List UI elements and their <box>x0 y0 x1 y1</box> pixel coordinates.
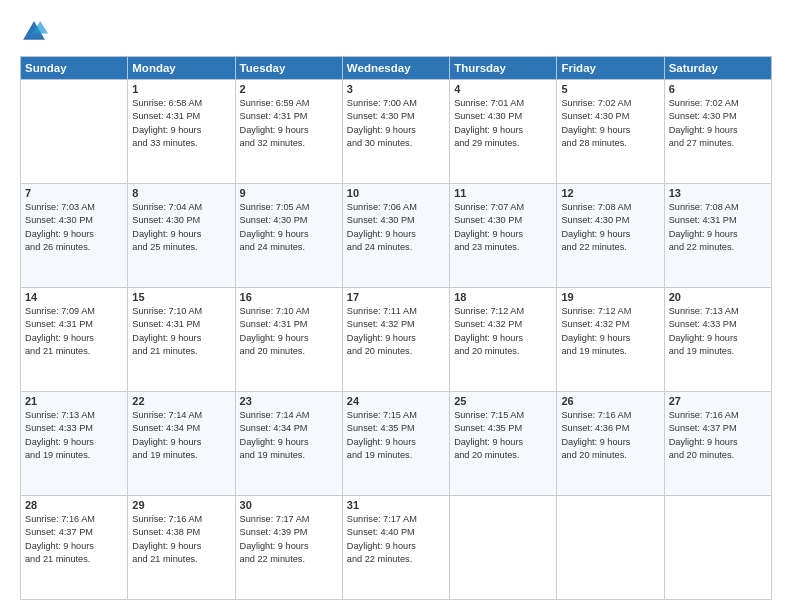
week-row-4: 21Sunrise: 7:13 AMSunset: 4:33 PMDayligh… <box>21 392 772 496</box>
day-cell: 3Sunrise: 7:00 AMSunset: 4:30 PMDaylight… <box>342 80 449 184</box>
day-number: 7 <box>25 187 123 199</box>
day-number: 12 <box>561 187 659 199</box>
calendar-table: SundayMondayTuesdayWednesdayThursdayFrid… <box>20 56 772 600</box>
day-cell <box>557 496 664 600</box>
day-number: 22 <box>132 395 230 407</box>
day-number: 27 <box>669 395 767 407</box>
day-cell: 18Sunrise: 7:12 AMSunset: 4:32 PMDayligh… <box>450 288 557 392</box>
day-info: Sunrise: 7:13 AMSunset: 4:33 PMDaylight:… <box>25 409 123 462</box>
day-cell: 20Sunrise: 7:13 AMSunset: 4:33 PMDayligh… <box>664 288 771 392</box>
day-number: 6 <box>669 83 767 95</box>
day-info: Sunrise: 7:00 AMSunset: 4:30 PMDaylight:… <box>347 97 445 150</box>
day-info: Sunrise: 7:01 AMSunset: 4:30 PMDaylight:… <box>454 97 552 150</box>
week-row-3: 14Sunrise: 7:09 AMSunset: 4:31 PMDayligh… <box>21 288 772 392</box>
day-cell: 23Sunrise: 7:14 AMSunset: 4:34 PMDayligh… <box>235 392 342 496</box>
day-number: 1 <box>132 83 230 95</box>
day-info: Sunrise: 7:12 AMSunset: 4:32 PMDaylight:… <box>454 305 552 358</box>
day-info: Sunrise: 7:15 AMSunset: 4:35 PMDaylight:… <box>347 409 445 462</box>
day-number: 17 <box>347 291 445 303</box>
day-header-saturday: Saturday <box>664 57 771 80</box>
day-cell: 5Sunrise: 7:02 AMSunset: 4:30 PMDaylight… <box>557 80 664 184</box>
day-info: Sunrise: 7:08 AMSunset: 4:31 PMDaylight:… <box>669 201 767 254</box>
day-cell: 19Sunrise: 7:12 AMSunset: 4:32 PMDayligh… <box>557 288 664 392</box>
day-number: 20 <box>669 291 767 303</box>
day-info: Sunrise: 7:07 AMSunset: 4:30 PMDaylight:… <box>454 201 552 254</box>
week-row-2: 7Sunrise: 7:03 AMSunset: 4:30 PMDaylight… <box>21 184 772 288</box>
day-info: Sunrise: 7:16 AMSunset: 4:38 PMDaylight:… <box>132 513 230 566</box>
day-number: 10 <box>347 187 445 199</box>
logo-icon <box>20 18 48 46</box>
day-cell <box>450 496 557 600</box>
week-row-5: 28Sunrise: 7:16 AMSunset: 4:37 PMDayligh… <box>21 496 772 600</box>
day-info: Sunrise: 7:12 AMSunset: 4:32 PMDaylight:… <box>561 305 659 358</box>
day-info: Sunrise: 7:06 AMSunset: 4:30 PMDaylight:… <box>347 201 445 254</box>
day-number: 23 <box>240 395 338 407</box>
day-cell: 21Sunrise: 7:13 AMSunset: 4:33 PMDayligh… <box>21 392 128 496</box>
day-cell: 8Sunrise: 7:04 AMSunset: 4:30 PMDaylight… <box>128 184 235 288</box>
day-cell: 10Sunrise: 7:06 AMSunset: 4:30 PMDayligh… <box>342 184 449 288</box>
week-row-1: 1Sunrise: 6:58 AMSunset: 4:31 PMDaylight… <box>21 80 772 184</box>
day-cell: 1Sunrise: 6:58 AMSunset: 4:31 PMDaylight… <box>128 80 235 184</box>
day-cell: 7Sunrise: 7:03 AMSunset: 4:30 PMDaylight… <box>21 184 128 288</box>
day-header-tuesday: Tuesday <box>235 57 342 80</box>
day-header-friday: Friday <box>557 57 664 80</box>
day-header-thursday: Thursday <box>450 57 557 80</box>
day-info: Sunrise: 7:05 AMSunset: 4:30 PMDaylight:… <box>240 201 338 254</box>
day-info: Sunrise: 7:11 AMSunset: 4:32 PMDaylight:… <box>347 305 445 358</box>
day-cell: 17Sunrise: 7:11 AMSunset: 4:32 PMDayligh… <box>342 288 449 392</box>
day-cell: 27Sunrise: 7:16 AMSunset: 4:37 PMDayligh… <box>664 392 771 496</box>
day-cell: 28Sunrise: 7:16 AMSunset: 4:37 PMDayligh… <box>21 496 128 600</box>
day-cell: 26Sunrise: 7:16 AMSunset: 4:36 PMDayligh… <box>557 392 664 496</box>
day-number: 29 <box>132 499 230 511</box>
day-cell: 11Sunrise: 7:07 AMSunset: 4:30 PMDayligh… <box>450 184 557 288</box>
day-number: 25 <box>454 395 552 407</box>
day-cell: 22Sunrise: 7:14 AMSunset: 4:34 PMDayligh… <box>128 392 235 496</box>
header <box>20 18 772 46</box>
day-info: Sunrise: 7:15 AMSunset: 4:35 PMDaylight:… <box>454 409 552 462</box>
day-cell: 4Sunrise: 7:01 AMSunset: 4:30 PMDaylight… <box>450 80 557 184</box>
day-cell: 29Sunrise: 7:16 AMSunset: 4:38 PMDayligh… <box>128 496 235 600</box>
day-info: Sunrise: 7:10 AMSunset: 4:31 PMDaylight:… <box>132 305 230 358</box>
day-info: Sunrise: 7:14 AMSunset: 4:34 PMDaylight:… <box>240 409 338 462</box>
day-number: 14 <box>25 291 123 303</box>
day-info: Sunrise: 7:16 AMSunset: 4:37 PMDaylight:… <box>669 409 767 462</box>
day-info: Sunrise: 7:17 AMSunset: 4:39 PMDaylight:… <box>240 513 338 566</box>
day-number: 19 <box>561 291 659 303</box>
day-number: 24 <box>347 395 445 407</box>
day-number: 3 <box>347 83 445 95</box>
day-number: 13 <box>669 187 767 199</box>
day-cell: 9Sunrise: 7:05 AMSunset: 4:30 PMDaylight… <box>235 184 342 288</box>
day-number: 21 <box>25 395 123 407</box>
day-info: Sunrise: 7:03 AMSunset: 4:30 PMDaylight:… <box>25 201 123 254</box>
day-header-monday: Monday <box>128 57 235 80</box>
day-number: 28 <box>25 499 123 511</box>
day-cell: 14Sunrise: 7:09 AMSunset: 4:31 PMDayligh… <box>21 288 128 392</box>
day-number: 9 <box>240 187 338 199</box>
day-info: Sunrise: 7:04 AMSunset: 4:30 PMDaylight:… <box>132 201 230 254</box>
day-number: 18 <box>454 291 552 303</box>
day-cell: 31Sunrise: 7:17 AMSunset: 4:40 PMDayligh… <box>342 496 449 600</box>
day-number: 5 <box>561 83 659 95</box>
day-cell: 30Sunrise: 7:17 AMSunset: 4:39 PMDayligh… <box>235 496 342 600</box>
day-info: Sunrise: 7:08 AMSunset: 4:30 PMDaylight:… <box>561 201 659 254</box>
day-info: Sunrise: 6:58 AMSunset: 4:31 PMDaylight:… <box>132 97 230 150</box>
day-info: Sunrise: 7:09 AMSunset: 4:31 PMDaylight:… <box>25 305 123 358</box>
day-info: Sunrise: 7:10 AMSunset: 4:31 PMDaylight:… <box>240 305 338 358</box>
day-cell: 16Sunrise: 7:10 AMSunset: 4:31 PMDayligh… <box>235 288 342 392</box>
calendar-header-row: SundayMondayTuesdayWednesdayThursdayFrid… <box>21 57 772 80</box>
day-number: 31 <box>347 499 445 511</box>
day-number: 2 <box>240 83 338 95</box>
day-cell: 24Sunrise: 7:15 AMSunset: 4:35 PMDayligh… <box>342 392 449 496</box>
day-cell: 15Sunrise: 7:10 AMSunset: 4:31 PMDayligh… <box>128 288 235 392</box>
day-cell: 13Sunrise: 7:08 AMSunset: 4:31 PMDayligh… <box>664 184 771 288</box>
logo <box>20 18 52 46</box>
day-number: 11 <box>454 187 552 199</box>
day-info: Sunrise: 7:17 AMSunset: 4:40 PMDaylight:… <box>347 513 445 566</box>
day-info: Sunrise: 7:02 AMSunset: 4:30 PMDaylight:… <box>669 97 767 150</box>
day-header-sunday: Sunday <box>21 57 128 80</box>
day-info: Sunrise: 7:02 AMSunset: 4:30 PMDaylight:… <box>561 97 659 150</box>
day-number: 4 <box>454 83 552 95</box>
day-cell: 25Sunrise: 7:15 AMSunset: 4:35 PMDayligh… <box>450 392 557 496</box>
page: SundayMondayTuesdayWednesdayThursdayFrid… <box>0 0 792 612</box>
day-number: 8 <box>132 187 230 199</box>
